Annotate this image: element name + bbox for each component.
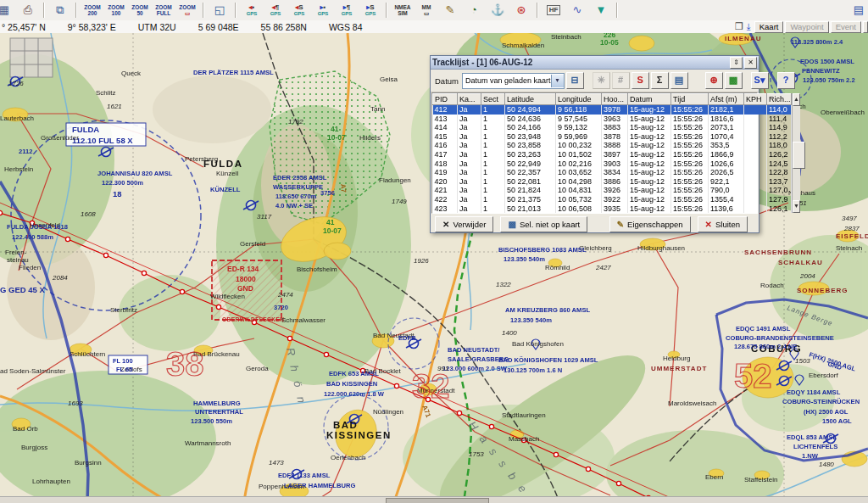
track-cell: 416 xyxy=(433,141,458,150)
fix-pen-icon[interactable]: ✎ xyxy=(439,0,461,20)
track-row[interactable]: 412Ja150 24,9949 56,118397815-aug-1215:5… xyxy=(433,105,792,115)
center-map-button[interactable]: ⊕ xyxy=(705,72,723,89)
screen-copy-icon[interactable]: ⧉ xyxy=(49,0,71,20)
hscroll-thumb[interactable] xyxy=(386,498,489,503)
column-header[interactable]: Datum xyxy=(628,94,671,105)
logbook-button[interactable]: ▤ xyxy=(670,72,688,89)
track-row[interactable]: 418Ja150 22,94910 02,216390315-aug-1215:… xyxy=(433,159,792,169)
track-row[interactable]: 417Ja150 23,26310 01,502389715-aug-1215:… xyxy=(433,150,792,159)
s-menu-button[interactable]: S▾ xyxy=(751,72,769,89)
gps-upload-route-button[interactable]: ◂¶GPS xyxy=(264,0,287,20)
gps-download-track-button[interactable]: ▸SGPS xyxy=(359,0,381,20)
track-row[interactable]: 421Ja150 21,82410 04,831392615-aug-1215:… xyxy=(433,186,792,195)
column-header[interactable]: Latitude xyxy=(505,94,556,105)
help-button[interactable]: ? xyxy=(777,72,795,89)
zoom-200-button[interactable]: ZOOM200 xyxy=(81,0,103,20)
zoom-100-button[interactable]: ZOOM100 xyxy=(105,0,127,20)
eigenschappen-button[interactable]: ✎Eigenschappen xyxy=(609,216,691,232)
map-label: Tann xyxy=(370,105,385,113)
column-header[interactable]: Longitude xyxy=(556,94,602,105)
zoom-full-button[interactable]: ZOOMFULL xyxy=(153,0,175,20)
panel-toggle-icon[interactable]: ▤ xyxy=(851,3,866,18)
track-row[interactable]: 419Ja150 22,35710 03,652383415-aug-1215:… xyxy=(433,168,792,177)
column-header[interactable]: Rich... xyxy=(767,94,792,105)
column-header[interactable]: Tijd xyxy=(671,94,709,105)
goto-position-icon[interactable]: ◱ xyxy=(209,0,231,20)
anchor-icon[interactable]: ⚓ xyxy=(487,0,509,20)
map-label: OBERWILDFLECKEN xyxy=(222,316,284,322)
close-icon[interactable]: ✕ xyxy=(744,57,757,69)
gps-download-waypoint-button[interactable]: ▸▪GPS xyxy=(312,0,334,20)
measure-mm-button[interactable]: MM▭ xyxy=(415,0,437,20)
date-filter-select[interactable]: Datum van geladen kaart ▾ xyxy=(462,73,565,89)
scroll-down-icon[interactable]: ▼ xyxy=(793,200,800,213)
vertical-scrollbar[interactable]: ▲ ▼ xyxy=(792,93,800,213)
save-track-button[interactable]: ⊟ xyxy=(566,72,584,89)
map-label: 122.300 500m xyxy=(102,179,143,187)
map-label: 10-07 xyxy=(323,226,342,235)
gps-upload-track-button[interactable]: ◂SGPS xyxy=(288,0,310,20)
column-header[interactable]: Ka... xyxy=(458,94,481,105)
verwijder-button[interactable]: ✕Verwijder xyxy=(435,216,493,232)
statusbar-right-group: ❒ ⤓ Kaart Waypoint Event xyxy=(733,20,868,33)
compass-icon[interactable]: ◔ xyxy=(463,0,485,20)
split-button[interactable]: ✳ xyxy=(593,72,610,89)
nmea-sim-button[interactable]: NMEASIM xyxy=(392,0,414,20)
waypoint-button[interactable]: Waypoint xyxy=(785,21,828,33)
scroll-up-icon[interactable]: ▲ xyxy=(793,93,800,106)
track-row[interactable]: 420Ja150 22,08110 04,298388615-aug-1215:… xyxy=(433,177,792,187)
column-header[interactable]: Afst (m) xyxy=(709,94,744,105)
lifebuoy-icon[interactable]: ⊛ xyxy=(510,0,532,20)
column-header[interactable]: Sect xyxy=(481,94,505,105)
map-label: 32 xyxy=(412,367,450,405)
track-row[interactable]: 422Ja150 21,37510 05,732392215-aug-1215:… xyxy=(433,195,792,204)
grid-button[interactable]: # xyxy=(612,72,630,89)
print-icon[interactable]: ⎙ xyxy=(17,0,39,20)
window-icon[interactable]: ▦ xyxy=(0,0,15,20)
track-row[interactable]: 413Ja150 24,6369 57,545396315-aug-1215:5… xyxy=(433,115,792,124)
gps-upload-waypoint-button[interactable]: ◂▪GPS xyxy=(241,0,263,20)
map-label: 3117 xyxy=(257,213,272,221)
sum-button[interactable]: Σ xyxy=(651,72,669,89)
zoom-window-button[interactable]: ZOOM▭ xyxy=(176,0,198,20)
track-cell: 15-aug-12 xyxy=(628,115,671,124)
rollup-button[interactable]: ⇕ xyxy=(730,57,743,69)
column-header[interactable]: KPH xyxy=(744,94,767,105)
track-row[interactable]: 423Ja150 21,01310 06,508393515-aug-1215:… xyxy=(433,204,792,214)
map-label: 10-07 xyxy=(327,133,346,142)
track-cell: 50 24,636 xyxy=(505,115,556,124)
clipped-button[interactable] xyxy=(863,21,868,33)
map-label: 2474 xyxy=(277,291,293,299)
profile-chart-icon[interactable]: ∿ xyxy=(566,0,588,20)
event-button[interactable]: Event xyxy=(831,21,861,33)
dialog-titlebar[interactable]: Tracklijst - [1] 06-AUG-12 ⇕ ✕ xyxy=(431,56,759,70)
scrollbar-thumb[interactable] xyxy=(793,142,805,169)
map-label: Hilders xyxy=(359,134,381,142)
save-position-icon[interactable]: ⤓ xyxy=(747,21,751,32)
statistics-button[interactable]: S xyxy=(632,72,649,89)
track-row[interactable]: 415Ja150 23,9489 59,969387815-aug-1215:5… xyxy=(433,132,792,142)
hf-icon[interactable]: HF xyxy=(542,0,565,20)
horizontal-scrollbar[interactable] xyxy=(0,496,868,503)
kaart-button[interactable]: Kaart xyxy=(754,21,784,33)
select-not-on-map-button[interactable]: ▩Sel. niet op kaart xyxy=(500,216,587,232)
scrollbar-track[interactable] xyxy=(793,106,800,200)
map-label: 122.400 588m xyxy=(12,233,53,241)
zoom-50-button[interactable]: ZOOM50 xyxy=(129,0,151,20)
column-header[interactable]: Hoo... xyxy=(602,94,628,105)
sluiten-button[interactable]: ✕Sluiten xyxy=(698,216,748,232)
map-label: UMMERSTADT xyxy=(651,365,707,372)
map-view-button[interactable]: ▩ xyxy=(725,72,743,89)
gps-download-route-button[interactable]: ▸¶GPS xyxy=(336,0,358,20)
track-row[interactable]: 414Ja150 24,1669 59,132388315-aug-1215:5… xyxy=(433,123,792,132)
book-icon[interactable]: ❒ xyxy=(735,21,743,32)
column-header[interactable]: PID xyxy=(433,94,458,105)
filter-pin-icon[interactable]: ▼ xyxy=(590,0,612,20)
pan-widget[interactable] xyxy=(10,38,53,77)
chevron-down-icon[interactable]: ▾ xyxy=(551,75,564,87)
track-row[interactable]: 416Ja150 23,85810 00,232388815-aug-1215:… xyxy=(433,141,792,150)
track-cell: 15:55:26 xyxy=(671,141,709,150)
track-cell: 50 21,013 xyxy=(505,204,556,214)
track-cell: 1139,6 xyxy=(709,204,744,214)
track-cell xyxy=(744,132,767,142)
